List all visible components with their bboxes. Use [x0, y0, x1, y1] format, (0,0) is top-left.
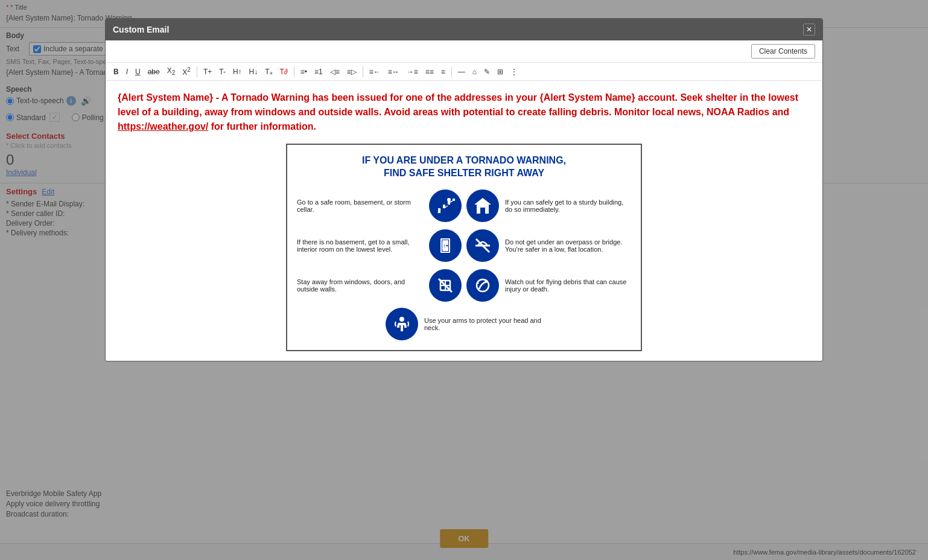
modal-overlay: Custom Email ✕ Clear Contents B I U abe …: [0, 0, 928, 560]
email-body-prefix: {Alert System Name} - A Tornado Warning …: [118, 92, 798, 117]
tornado-item-4: Do not get under an overpass or bridge. …: [466, 229, 631, 262]
font-larger-button[interactable]: T+: [200, 66, 215, 77]
svg-point-5: [447, 244, 448, 246]
tornado-item-3-text: If there is no basement, get to a small,…: [297, 238, 423, 253]
tornado-item-7-text: Use your arms to protect your head and n…: [424, 317, 542, 331]
underline-button[interactable]: U: [132, 66, 144, 77]
modal-header: Custom Email ✕: [106, 19, 822, 40]
tornado-header-line1: IF YOU ARE UNDER A TORNADO WARNING,: [297, 154, 631, 167]
tornado-header-line2: FIND SAFE SHELTER RIGHT AWAY: [297, 167, 631, 180]
main-page: * * Title {Alert System Name}: Tornado W…: [0, 0, 928, 560]
superscript-button[interactable]: X2: [179, 65, 194, 78]
clear-contents-button[interactable]: Clear Contents: [751, 44, 815, 59]
svg-point-15: [399, 317, 404, 322]
italic-button[interactable]: I: [123, 66, 131, 77]
svg-point-0: [447, 198, 451, 202]
tornado-item-7: Use your arms to protect your head and n…: [386, 308, 542, 340]
font-smaller-button[interactable]: T-: [216, 66, 229, 77]
modal-toolbar: Clear Contents: [106, 40, 822, 63]
tornado-grid: Go to a safe room, basement, or storm ce…: [297, 189, 631, 302]
svg-rect-1: [480, 208, 485, 214]
heading-down-button[interactable]: H↓: [246, 66, 261, 77]
indent-button[interactable]: ≡▷: [344, 66, 360, 77]
tornado-item-7-container: Use your arms to protect your head and n…: [297, 308, 631, 340]
heading-up-button[interactable]: H↑: [230, 66, 245, 77]
separator-1: [197, 66, 197, 77]
separator-3: [363, 66, 363, 77]
outdent-button[interactable]: ◁≡: [327, 66, 343, 77]
tornado-header: IF YOU ARE UNDER A TORNADO WARNING, FIND…: [297, 154, 631, 180]
align-right-button[interactable]: →≡: [404, 66, 421, 77]
tornado-item-1: Go to a safe room, basement, or storm ce…: [297, 189, 462, 222]
editor-content[interactable]: {Alert System Name} - A Tornado Warning …: [106, 81, 822, 361]
modal-title: Custom Email: [113, 25, 169, 34]
table-button[interactable]: ⊞: [494, 66, 506, 77]
tornado-item-5-text: Stay away from windows, doors, and outsi…: [297, 278, 423, 293]
align-justify-button[interactable]: ≡≡: [422, 66, 437, 77]
tornado-item-4-text: Do not get under an overpass or bridge. …: [505, 238, 631, 253]
image-button[interactable]: ⌂: [469, 66, 480, 77]
svg-text:↑: ↑: [443, 243, 446, 249]
house-icon: [473, 196, 492, 215]
subscript-button[interactable]: X2: [164, 65, 179, 77]
ordered-list-button[interactable]: ≡1: [311, 66, 326, 77]
separator-2: [294, 66, 294, 77]
tornado-icon-4: [466, 229, 499, 262]
tornado-graphic: IF YOU ARE UNDER A TORNADO WARNING, FIND…: [286, 144, 642, 351]
tornado-item-2: If you can safely get to a sturdy buildi…: [466, 189, 631, 222]
email-body-suffix: for further information.: [208, 121, 316, 132]
no-window-icon: [436, 276, 455, 295]
align-center-button[interactable]: ≡↔: [385, 66, 402, 77]
align-left-button[interactable]: ≡←: [366, 66, 384, 77]
link-button[interactable]: ✎: [481, 66, 493, 77]
font-format-button[interactable]: Tₐ: [262, 66, 275, 77]
stairs-icon: [436, 196, 455, 215]
text-color-button[interactable]: T∂: [277, 66, 291, 77]
tornado-icon-6: [466, 269, 499, 302]
tornado-icon-1: [429, 189, 462, 222]
tornado-item-6: Watch out for flying debris that can cau…: [466, 269, 631, 302]
tornado-icon-5: [429, 269, 462, 302]
tornado-item-3: If there is no basement, get to a small,…: [297, 229, 462, 262]
tornado-icon-7: [386, 308, 418, 340]
editor-toolbar: B I U abe X2 X2 T+ T- H↑ H↓ Tₐ T∂ ≡• ≡1 …: [106, 63, 822, 81]
hr-button[interactable]: —: [455, 66, 468, 77]
bold-button[interactable]: B: [110, 66, 122, 77]
tornado-icon-3: ↑: [429, 229, 462, 262]
tornado-item-6-text: Watch out for flying debris that can cau…: [505, 278, 631, 293]
align-full-button[interactable]: ≡: [438, 66, 448, 77]
debris-icon: [473, 276, 492, 295]
unordered-list-button[interactable]: ≡•: [297, 66, 310, 77]
no-overpass-icon: [473, 236, 492, 255]
modal-dialog: Custom Email ✕ Clear Contents B I U abe …: [105, 18, 823, 361]
tornado-item-2-text: If you can safely get to a sturdy buildi…: [505, 199, 631, 213]
tornado-item-1-text: Go to a safe room, basement, or storm ce…: [297, 199, 423, 213]
modal-close-button[interactable]: ✕: [803, 24, 815, 36]
email-body-text: {Alert System Name} - A Tornado Warning …: [118, 91, 810, 134]
svg-point-14: [485, 279, 488, 282]
separator-4: [451, 66, 452, 77]
tornado-icon-2: [466, 189, 499, 222]
more-button[interactable]: ⋮: [507, 66, 521, 77]
weather-gov-link[interactable]: https://weather.gov/: [118, 121, 208, 132]
door-icon: ↑: [436, 236, 455, 255]
strikethrough-button[interactable]: abe: [145, 66, 163, 77]
tornado-item-5: Stay away from windows, doors, and outsi…: [297, 269, 462, 302]
protect-head-icon: [392, 314, 412, 334]
